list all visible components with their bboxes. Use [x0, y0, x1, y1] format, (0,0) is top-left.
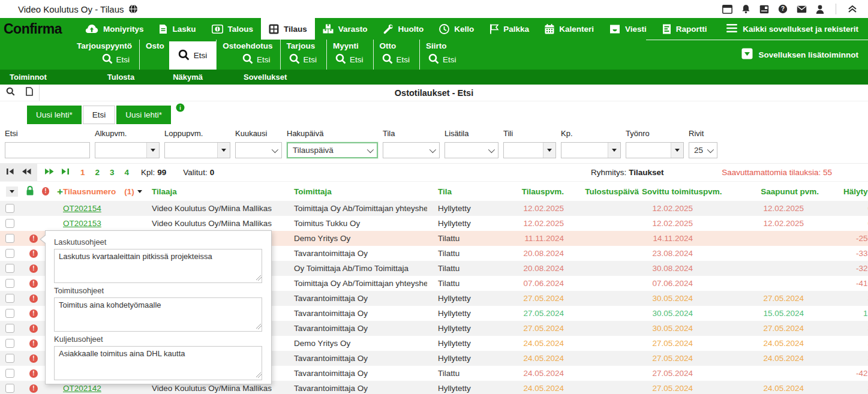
- app-extra-functions-button[interactable]: Sovelluksen lisätoiminnot: [732, 40, 868, 70]
- row-checkbox[interactable]: [5, 279, 14, 288]
- page-number-4[interactable]: 4: [125, 168, 130, 177]
- etsi-input[interactable]: [5, 143, 89, 158]
- last-page-button[interactable]: [61, 168, 70, 177]
- nav-item-huolto[interactable]: Huolto: [376, 18, 432, 40]
- order-number-link[interactable]: OT202153: [63, 219, 101, 228]
- rows-per-page-select[interactable]: 25: [689, 142, 717, 158]
- column-header-tulostuspaiva[interactable]: Tulostuspäivä: [585, 187, 639, 196]
- alert-filter-icon[interactable]: !: [42, 187, 49, 196]
- nav-item-moniyritys[interactable]: Moniyritys: [77, 18, 152, 40]
- lock-icon[interactable]: [26, 186, 34, 197]
- resize-grip-icon[interactable]: [256, 324, 262, 329]
- dropdown-caret-icon[interactable]: [543, 143, 555, 158]
- column-header-tila[interactable]: Tila: [427, 187, 511, 196]
- resize-grip-icon[interactable]: [256, 372, 262, 378]
- nav-item-kello[interactable]: Kello: [431, 18, 482, 40]
- row-checkbox[interactable]: [5, 354, 14, 363]
- column-header-tilaaja[interactable]: Tilaaja: [141, 187, 282, 196]
- user-icon[interactable]: [816, 5, 824, 14]
- account-combo[interactable]: [503, 142, 556, 158]
- alert-icon[interactable]: !: [29, 279, 38, 288]
- dropdown-caret-icon[interactable]: [146, 143, 159, 158]
- nav-item-kalenteri[interactable]: Kalenteri: [537, 18, 602, 40]
- popup-field-textarea[interactable]: Toimitus aina kohdetyömaalle: [54, 297, 262, 332]
- dropdown-caret-icon[interactable]: [608, 143, 620, 158]
- resize-grip-icon[interactable]: [256, 275, 262, 281]
- substatus-select[interactable]: [444, 142, 498, 158]
- column-header-tilausnumero[interactable]: Tilausnumero (1): [63, 187, 141, 196]
- order-number-link[interactable]: OT202154: [63, 204, 101, 213]
- popup-field-textarea[interactable]: Laskutus kvartaaleittain pitkissä projek…: [54, 249, 262, 283]
- alert-icon[interactable]: !: [29, 309, 38, 318]
- column-header-toimittaja[interactable]: Toimittaja: [282, 187, 427, 196]
- work-number-combo[interactable]: [626, 142, 684, 158]
- menu-tulosta[interactable]: Tulosta: [103, 73, 139, 82]
- row-checkbox[interactable]: [5, 264, 14, 273]
- row-checkbox[interactable]: [5, 249, 14, 258]
- tab-uusi-lehti-2[interactable]: Uusi lehti*: [116, 106, 171, 124]
- column-header-halytys[interactable]: Hälytys: [843, 187, 868, 196]
- row-checkbox[interactable]: [5, 384, 14, 393]
- select-all-dropdown[interactable]: [6, 187, 18, 197]
- alert-icon[interactable]: !: [29, 369, 38, 378]
- alert-icon[interactable]: !: [29, 324, 38, 333]
- notifications-bell-icon[interactable]: [741, 4, 750, 14]
- dropdown-caret-icon[interactable]: [671, 143, 683, 158]
- add-icon[interactable]: +: [57, 187, 63, 197]
- menu-toiminnot[interactable]: Toiminnot: [5, 73, 52, 82]
- column-header-tilauspvm[interactable]: Tilauspvm.: [522, 187, 564, 196]
- dropdown-caret-icon[interactable]: [217, 143, 230, 158]
- window-panel-icon[interactable]: [722, 5, 732, 14]
- alert-icon[interactable]: !: [29, 249, 38, 258]
- row-checkbox[interactable]: [5, 339, 14, 348]
- search-date-select[interactable]: Tilauspäivä: [287, 142, 378, 158]
- alert-icon[interactable]: !: [29, 354, 38, 363]
- alert-icon[interactable]: !: [29, 339, 38, 348]
- row-checkbox[interactable]: [5, 324, 14, 333]
- tarjous-etsi-button[interactable]: Etsi: [286, 52, 321, 67]
- tarjouspyynto-etsi-button[interactable]: Etsi: [98, 52, 134, 67]
- order-number-link[interactable]: OT202142: [63, 384, 101, 393]
- siirto-etsi-button[interactable]: Etsi: [425, 52, 460, 67]
- all-apps-button[interactable]: Kaikki sovellukset ja rekisterit: [717, 18, 868, 40]
- first-page-button[interactable]: [6, 168, 14, 177]
- page-number-2[interactable]: 2: [95, 168, 100, 177]
- column-header-sovittu-toimituspvm[interactable]: Sovittu toimituspvm.: [639, 187, 722, 196]
- search-text-input[interactable]: [5, 142, 90, 158]
- nav-item-palkka[interactable]: Palkka: [482, 18, 537, 40]
- menu-nakyma[interactable]: Näkymä: [168, 73, 208, 82]
- nav-item-lasku[interactable]: Lasku: [151, 18, 203, 40]
- otto-etsi-button[interactable]: Etsi: [379, 52, 414, 67]
- alert-icon[interactable]: !: [29, 264, 38, 273]
- row-checkbox[interactable]: [5, 369, 14, 378]
- alert-icon[interactable]: !: [29, 234, 38, 243]
- myynti-etsi-button[interactable]: Etsi: [332, 52, 367, 67]
- end-date-combo[interactable]: [164, 142, 230, 158]
- nav-item-tilaus-active[interactable]: Tilaus: [261, 18, 315, 40]
- nav-item-raportti[interactable]: Raportti: [654, 18, 715, 40]
- start-date-combo[interactable]: [95, 142, 160, 158]
- ostoehdotus-etsi-button[interactable]: Etsi: [239, 52, 274, 67]
- mail-icon[interactable]: [797, 5, 807, 13]
- tab-etsi-active[interactable]: Etsi: [83, 106, 116, 124]
- contact-card-icon[interactable]: [759, 5, 769, 14]
- row-checkbox[interactable]: [5, 219, 14, 228]
- row-checkbox[interactable]: [5, 234, 14, 243]
- previous-page-button[interactable]: [22, 168, 31, 177]
- help-icon[interactable]: ?: [778, 4, 788, 14]
- page-number-1[interactable]: 1: [80, 168, 85, 177]
- cost-center-combo[interactable]: [561, 142, 621, 158]
- nav-item-varasto[interactable]: Varasto: [315, 18, 376, 40]
- tab-uusi-lehti-1[interactable]: Uusi lehti*: [27, 106, 82, 124]
- column-header-saapunut-pvm[interactable]: Saapunut pvm.: [761, 187, 819, 196]
- month-select[interactable]: [235, 142, 282, 158]
- row-checkbox[interactable]: [5, 294, 14, 303]
- nav-item-viesti[interactable]: Viesti: [602, 18, 654, 40]
- info-icon[interactable]: i: [176, 103, 185, 115]
- next-page-button[interactable]: [44, 168, 54, 177]
- status-select[interactable]: [383, 142, 440, 158]
- page-number-3[interactable]: 3: [110, 168, 115, 177]
- nav-item-talous[interactable]: Talous: [204, 18, 262, 40]
- row-checkbox[interactable]: [5, 204, 14, 213]
- alert-icon[interactable]: !: [29, 294, 38, 303]
